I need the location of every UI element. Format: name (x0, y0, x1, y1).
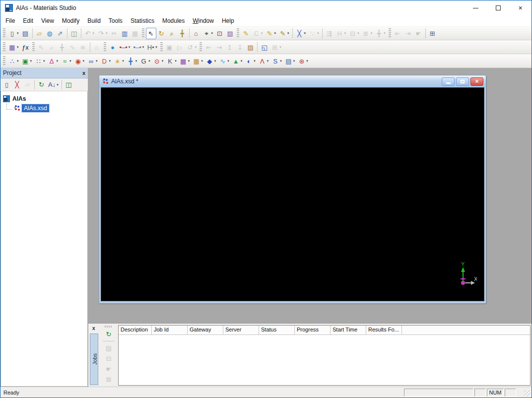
reflex-button[interactable]: Λ▾ (257, 56, 270, 67)
morphology-button[interactable]: ◆▾ (204, 56, 218, 67)
conformers-dropdown[interactable]: ▾ (69, 59, 71, 63)
reset-view-button[interactable]: ⌂ (191, 28, 201, 39)
lattice-display-dropdown[interactable]: ▾ (279, 45, 281, 49)
adsorption-locator-button[interactable]: ∴▾ (7, 56, 20, 67)
dftb-plus-button[interactable]: D▾ (99, 56, 113, 67)
dmol3-dropdown[interactable]: ▾ (122, 59, 124, 63)
dftb-plus-dropdown[interactable]: ▾ (109, 59, 111, 63)
mesodyn-dropdown[interactable]: ▾ (201, 59, 203, 63)
bond-type-button[interactable]: •–•▾ (132, 42, 145, 53)
document-title-bar[interactable]: AlAs.xsd * × (99, 75, 486, 87)
export-button[interactable]: ⇗ (55, 28, 66, 39)
gulp-dropdown[interactable]: ▾ (148, 59, 150, 63)
crystal-builder-dropdown[interactable]: ▾ (357, 31, 359, 35)
selection-mode-button[interactable]: ⇖ (146, 28, 156, 39)
adjust-bonds-dropdown[interactable]: ▾ (304, 31, 306, 35)
mesodyn-button[interactable]: ▦▾ (191, 56, 204, 67)
column-header-results-fo[interactable]: Results Fo... (366, 326, 402, 334)
project-panel-close-button[interactable]: x (82, 70, 85, 76)
kinetix-button[interactable]: K▾ (165, 56, 178, 67)
new-document-dropdown[interactable]: ▾ (17, 31, 19, 35)
calculator-button[interactable]: ⊞ (427, 28, 438, 39)
mesocite-dropdown[interactable]: ▾ (188, 59, 190, 63)
kinetix-dropdown[interactable]: ▾ (175, 59, 177, 63)
menu-edit[interactable]: Edit (19, 16, 37, 26)
translate-view-button[interactable]: ╋ (177, 28, 188, 39)
new-window-button[interactable]: ◱ (259, 42, 269, 53)
copy-button[interactable]: ▥ (120, 28, 130, 39)
sketch-arc-dropdown[interactable]: ▾ (261, 31, 263, 35)
document-restore-button[interactable] (456, 77, 469, 86)
compass-dropdown[interactable]: ▾ (96, 59, 98, 63)
discover-dropdown[interactable]: ▾ (83, 59, 85, 63)
fx-editor-button[interactable]: ƒx (20, 42, 31, 53)
forcite-dropdown[interactable]: ▾ (135, 59, 137, 63)
jobs-tab[interactable]: Jobs (90, 333, 98, 385)
blends-dropdown[interactable]: ▾ (43, 59, 45, 63)
nmr-dropdown[interactable]: ▾ (227, 59, 229, 63)
castep-dropdown[interactable]: ▾ (57, 59, 59, 63)
sketch-atom-button[interactable]: ✎ (241, 28, 251, 39)
discover-button[interactable]: ◉▾ (73, 56, 86, 67)
compass-button[interactable]: ∞▾ (86, 56, 99, 67)
minimize-button[interactable] (465, 0, 487, 15)
synthia-dropdown[interactable]: ▾ (293, 59, 295, 63)
document-minimize-button[interactable] (442, 77, 455, 86)
add-atom-button[interactable]: ● (108, 42, 118, 53)
3d-viewport[interactable]: Y X (101, 87, 484, 301)
mesocite-button[interactable]: ▩▾ (178, 56, 192, 67)
polymorph-dropdown[interactable]: ▾ (254, 59, 256, 63)
nmr-button[interactable]: ∿▾ (217, 56, 231, 67)
add-hydrogens-dropdown[interactable]: ▾ (344, 31, 346, 35)
view-orientation-button[interactable]: ⌖▾ (201, 28, 215, 39)
display-style-button[interactable]: ▨ (225, 28, 235, 39)
onetep-button[interactable]: ▲▾ (231, 56, 244, 67)
modify-element-dropdown[interactable]: ▾ (317, 31, 319, 35)
jobs-panel-close-button[interactable]: x (92, 326, 95, 331)
tree-root-item[interactable]: AlAs (3, 94, 85, 103)
menu-file[interactable]: File (1, 16, 19, 26)
properties-palette-button[interactable]: ▨ (245, 42, 256, 53)
reflex-dropdown[interactable]: ▾ (267, 59, 269, 63)
menu-help[interactable]: Help (218, 16, 238, 26)
sketch-ring-dropdown[interactable]: ▾ (274, 31, 276, 35)
undo-dropdown[interactable]: ▾ (93, 31, 95, 35)
menu-modules[interactable]: Modules (158, 16, 189, 26)
onetep-dropdown[interactable]: ▾ (241, 59, 243, 63)
column-header-server[interactable]: Server (223, 326, 259, 334)
vamp-dropdown[interactable]: ▾ (306, 59, 308, 63)
vamp-button[interactable]: ⊛▾ (296, 56, 310, 67)
menu-view[interactable]: View (37, 16, 58, 26)
sort-items-dropdown[interactable]: ▾ (57, 83, 59, 87)
new-item-button[interactable]: ▯ (1, 79, 12, 90)
add-hydrogen-dropdown[interactable]: ▾ (155, 45, 157, 49)
maximize-button[interactable] (487, 0, 509, 15)
menu-window[interactable]: Window (189, 16, 218, 26)
column-header-description[interactable]: Description (119, 326, 152, 334)
create-bond-button[interactable]: •–•▾ (118, 42, 132, 53)
movement-tools-dropdown[interactable]: ▾ (384, 31, 386, 35)
column-header-gateway[interactable]: Gateway (188, 326, 223, 334)
resize-grip[interactable] (524, 390, 531, 397)
import-button[interactable]: ◍ (45, 28, 55, 39)
forcite-button[interactable]: ╋▾ (126, 56, 139, 67)
adsorption-locator-dropdown[interactable]: ▾ (17, 59, 19, 63)
close-button[interactable]: × (509, 0, 532, 15)
sorption-dropdown[interactable]: ▾ (280, 59, 282, 63)
column-header-progress[interactable]: Progress (295, 326, 331, 334)
sort-items-button[interactable]: A↓▾ (47, 79, 60, 90)
chart-viewer-dropdown[interactable]: ▾ (17, 45, 19, 49)
menu-modify[interactable]: Modify (58, 16, 83, 26)
adjust-bonds-button[interactable]: ╳▾ (294, 28, 308, 39)
blends-button[interactable]: ∷▾ (33, 56, 47, 67)
sketch-edit-button[interactable]: ✎▾ (277, 28, 291, 39)
menu-statistics[interactable]: Statistics (127, 16, 158, 26)
create-bond-dropdown[interactable]: ▾ (129, 45, 131, 49)
run-options-dropdown[interactable]: ▾ (195, 45, 197, 49)
fit-view-button[interactable]: ⊡ (214, 28, 225, 39)
add-hydrogen-button[interactable]: H•▾ (145, 42, 159, 53)
rotate-view-button[interactable]: ↻ (156, 28, 167, 39)
amorphous-cell-dropdown[interactable]: ▾ (30, 59, 32, 63)
chart-viewer-button[interactable]: ▦▾ (7, 42, 20, 53)
open-button[interactable]: ▱ (34, 28, 45, 39)
